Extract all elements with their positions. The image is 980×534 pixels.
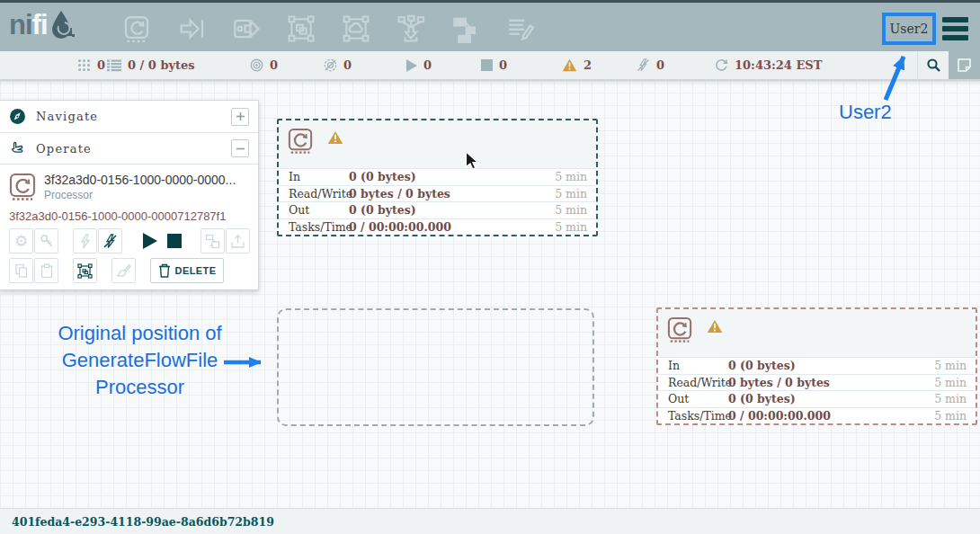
paste-icon — [40, 263, 54, 279]
stop-button[interactable] — [162, 228, 186, 254]
processor-stats: In 0 (0 bytes) 5 min Read/Write 0 bytes … — [658, 358, 976, 423]
original-position-annotation: Original position of GenerateFlowFile Pr… — [25, 320, 254, 401]
disabled-icon — [637, 58, 650, 72]
lightning-slash-icon — [102, 234, 118, 249]
invalid-warning-icon — [562, 58, 577, 72]
footer-bar: 401feda4-e293-4118-99ae-8a6d6b72b819 — [0, 508, 980, 534]
status-invalid: 2 — [562, 51, 592, 79]
status-stopped: 0 — [481, 51, 507, 79]
search-icon — [926, 58, 941, 73]
app-header: nifi — [0, 0, 980, 51]
funnel-icon[interactable] — [396, 13, 426, 44]
logo-text-fi: fi — [32, 9, 48, 41]
status-bar: 0 0 / 0 bytes 0 0 0 — [0, 51, 980, 80]
status-queued: 0 / 0 bytes — [107, 51, 195, 79]
bulletin-button[interactable] — [949, 51, 980, 79]
stop-icon — [167, 234, 182, 248]
stat-row-in: In 0 (0 bytes) 5 min — [279, 169, 596, 185]
status-running: 0 — [406, 51, 432, 79]
transmitting-count: 0 — [270, 58, 278, 72]
group-button[interactable] — [73, 258, 97, 283]
last-refresh-time: 10:43:24 EST — [735, 58, 822, 72]
key-icon — [40, 234, 54, 248]
operate-header[interactable]: Operate — [0, 132, 258, 164]
queued-count: 0 / 0 bytes — [128, 58, 195, 72]
transmitting-icon — [250, 58, 263, 72]
operate-title: Operate — [36, 142, 92, 156]
gear-icon: ⚙ — [14, 234, 28, 249]
disable-button[interactable] — [98, 228, 122, 254]
navigate-expand-button[interactable] — [231, 108, 249, 126]
create-template-button[interactable] — [200, 228, 225, 254]
processor-card-copy[interactable]: In 0 (0 bytes) 5 min Read/Write 0 bytes … — [656, 307, 977, 425]
status-active-threads: 0 — [77, 51, 105, 79]
stat-row-readwrite: Read/Write 0 bytes / 0 bytes 5 min — [279, 185, 596, 202]
flow-id: 401feda4-e293-4118-99ae-8a6d6b72b819 — [0, 515, 274, 529]
warning-icon — [327, 130, 343, 145]
mouse-cursor — [465, 151, 478, 170]
paste-button[interactable] — [34, 258, 58, 283]
processor-card-header — [279, 120, 596, 169]
processor-card-header — [658, 309, 976, 358]
group-icon — [77, 263, 93, 279]
remote-process-group-icon[interactable] — [341, 13, 371, 44]
upload-template-button[interactable] — [226, 228, 250, 254]
status-transmitting: 0 — [250, 51, 278, 79]
not-transmitting-icon — [324, 58, 337, 72]
original-position-outline — [277, 308, 594, 426]
copy-button[interactable] — [9, 258, 33, 283]
stat-row-tasks: Tasks/Time 0 / 00:00:00.000 5 min — [658, 407, 976, 424]
delete-label: DELETE — [175, 265, 217, 276]
hand-pointer-icon — [9, 140, 26, 157]
nifi-logo-droplet-icon — [49, 10, 75, 40]
operate-collapse-button[interactable] — [231, 139, 249, 157]
search-button[interactable] — [917, 51, 949, 79]
stat-row-in: In 0 (0 bytes) 5 min — [658, 358, 976, 374]
stat-row-tasks: Tasks/Time 0 / 00:00:00.000 5 min — [279, 218, 596, 236]
running-count: 0 — [423, 58, 432, 72]
process-group-icon[interactable] — [286, 13, 316, 44]
invalid-count: 2 — [584, 58, 592, 72]
side-panel: Navigate Operate — [0, 100, 259, 290]
global-menu-button[interactable] — [942, 17, 968, 40]
nifi-app: nifi — [0, 0, 980, 534]
operate-component-type: Processor — [44, 189, 236, 201]
processor-card-selected[interactable]: In 0 (0 bytes) 5 min Read/Write 0 bytes … — [277, 119, 598, 236]
delete-button[interactable]: DELETE — [150, 258, 224, 283]
stat-row-readwrite: Read/Write 0 bytes / 0 bytes 5 min — [658, 374, 976, 391]
not-transmitting-count: 0 — [343, 58, 352, 72]
fill-color-button[interactable] — [111, 258, 136, 283]
nifi-logo: nifi — [9, 9, 75, 41]
stat-row-out: Out 0 (0 bytes) 5 min — [658, 390, 976, 407]
operate-component-id: 3f32a3d0-0156-1000-0000-0000712787f1 — [9, 209, 249, 223]
stopped-count: 0 — [499, 58, 507, 72]
output-port-icon[interactable] — [231, 13, 262, 44]
status-disabled: 0 — [637, 51, 664, 79]
status-last-refresh[interactable]: 10:43:24 EST — [715, 51, 822, 79]
start-button[interactable] — [137, 228, 161, 254]
note-icon — [957, 58, 972, 73]
status-not-transmitting: 0 — [324, 51, 352, 79]
trash-icon — [158, 263, 171, 278]
start-icon — [143, 233, 157, 249]
operate-component-name: 3f32a3d0-0156-1000-0000-0000... — [44, 173, 236, 187]
brush-icon — [116, 263, 131, 279]
navigate-header[interactable]: Navigate — [0, 101, 258, 132]
current-user-label: User2 — [890, 22, 929, 36]
compass-icon — [9, 108, 26, 125]
running-icon — [406, 59, 417, 72]
template-icon[interactable] — [450, 13, 481, 44]
label-icon[interactable] — [505, 13, 536, 44]
lightning-icon — [79, 234, 92, 249]
access-policies-button[interactable] — [34, 228, 58, 254]
processor-icon[interactable] — [121, 13, 152, 44]
processor-stamp-icon — [288, 128, 313, 155]
copy-icon — [14, 263, 29, 279]
queued-list-icon — [107, 59, 121, 72]
original-position-arrow — [221, 352, 277, 373]
enable-button[interactable] — [73, 228, 97, 254]
input-port-icon[interactable] — [176, 13, 207, 44]
active-threads-count: 0 — [97, 58, 105, 72]
operate-panel-body: 3f32a3d0-0156-1000-0000-0000... Processo… — [0, 164, 258, 289]
configure-button[interactable]: ⚙ — [9, 228, 33, 254]
